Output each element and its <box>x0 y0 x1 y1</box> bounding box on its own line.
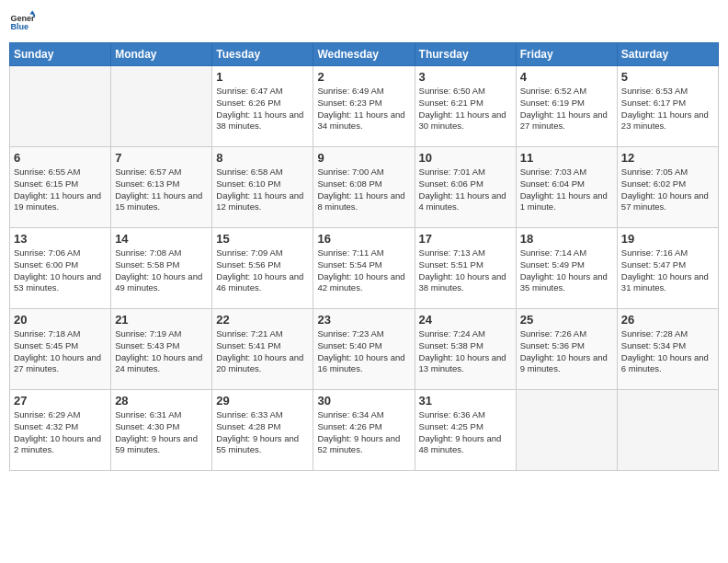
calendar-cell: 27Sunrise: 6:29 AM Sunset: 4:32 PM Dayli… <box>10 390 111 471</box>
cell-info: Sunrise: 6:49 AM Sunset: 6:23 PM Dayligh… <box>317 86 410 132</box>
day-number: 16 <box>317 232 410 246</box>
calendar-cell: 23Sunrise: 7:23 AM Sunset: 5:40 PM Dayli… <box>313 309 415 390</box>
weekday-header-tuesday: Tuesday <box>212 43 313 66</box>
calendar-cell: 7Sunrise: 6:57 AM Sunset: 6:13 PM Daylig… <box>111 147 212 228</box>
cell-info: Sunrise: 6:58 AM Sunset: 6:10 PM Dayligh… <box>216 167 309 213</box>
calendar-cell: 16Sunrise: 7:11 AM Sunset: 5:54 PM Dayli… <box>313 228 415 309</box>
calendar-cell: 5Sunrise: 6:53 AM Sunset: 6:17 PM Daylig… <box>617 66 718 147</box>
cell-info: Sunrise: 7:05 AM Sunset: 6:02 PM Dayligh… <box>621 167 714 213</box>
day-number: 3 <box>419 70 512 84</box>
calendar-cell: 18Sunrise: 7:14 AM Sunset: 5:49 PM Dayli… <box>516 228 617 309</box>
cell-info: Sunrise: 6:50 AM Sunset: 6:21 PM Dayligh… <box>419 86 512 132</box>
cell-info: Sunrise: 6:52 AM Sunset: 6:19 PM Dayligh… <box>520 86 613 132</box>
calendar-cell: 14Sunrise: 7:08 AM Sunset: 5:58 PM Dayli… <box>111 228 212 309</box>
calendar-cell: 3Sunrise: 6:50 AM Sunset: 6:21 PM Daylig… <box>415 66 516 147</box>
day-number: 28 <box>115 394 208 408</box>
weekday-header-thursday: Thursday <box>415 43 516 66</box>
svg-text:Blue: Blue <box>10 22 28 31</box>
day-number: 12 <box>621 151 714 165</box>
cell-info: Sunrise: 7:24 AM Sunset: 5:38 PM Dayligh… <box>419 328 512 375</box>
calendar-cell: 15Sunrise: 7:09 AM Sunset: 5:56 PM Dayli… <box>212 228 313 309</box>
day-number: 11 <box>520 151 613 165</box>
cell-info: Sunrise: 6:57 AM Sunset: 6:13 PM Dayligh… <box>115 167 208 213</box>
cell-info: Sunrise: 7:23 AM Sunset: 5:40 PM Dayligh… <box>317 328 410 375</box>
svg-text:General: General <box>10 14 35 23</box>
day-number: 1 <box>216 70 309 84</box>
weekday-header-sunday: Sunday <box>10 43 111 66</box>
day-number: 23 <box>317 313 410 327</box>
cell-info: Sunrise: 7:28 AM Sunset: 5:34 PM Dayligh… <box>621 328 714 375</box>
cell-info: Sunrise: 6:36 AM Sunset: 4:25 PM Dayligh… <box>419 409 512 456</box>
day-number: 25 <box>520 313 613 327</box>
day-number: 7 <box>115 151 208 165</box>
cell-info: Sunrise: 6:55 AM Sunset: 6:15 PM Dayligh… <box>14 167 107 213</box>
logo-icon: General Blue <box>9 9 35 35</box>
cell-info: Sunrise: 6:34 AM Sunset: 4:26 PM Dayligh… <box>317 409 410 456</box>
cell-info: Sunrise: 7:03 AM Sunset: 6:04 PM Dayligh… <box>520 167 613 213</box>
cell-info: Sunrise: 7:01 AM Sunset: 6:06 PM Dayligh… <box>419 167 512 213</box>
day-number: 31 <box>419 394 512 408</box>
calendar-cell: 8Sunrise: 6:58 AM Sunset: 6:10 PM Daylig… <box>212 147 313 228</box>
day-number: 6 <box>14 151 107 165</box>
day-number: 30 <box>317 394 410 408</box>
logo: General Blue <box>9 9 39 35</box>
cell-info: Sunrise: 6:29 AM Sunset: 4:32 PM Dayligh… <box>14 409 107 456</box>
weekday-header-friday: Friday <box>516 43 617 66</box>
cell-info: Sunrise: 7:00 AM Sunset: 6:08 PM Dayligh… <box>317 167 410 213</box>
cell-info: Sunrise: 6:47 AM Sunset: 6:26 PM Dayligh… <box>216 86 309 132</box>
cell-info: Sunrise: 7:18 AM Sunset: 5:45 PM Dayligh… <box>14 328 107 375</box>
day-number: 29 <box>216 394 309 408</box>
day-number: 15 <box>216 232 309 246</box>
cell-info: Sunrise: 7:26 AM Sunset: 5:36 PM Dayligh… <box>520 328 613 375</box>
day-number: 18 <box>520 232 613 246</box>
day-number: 26 <box>621 313 714 327</box>
calendar-cell: 31Sunrise: 6:36 AM Sunset: 4:25 PM Dayli… <box>415 390 516 471</box>
page-header: General Blue <box>9 9 719 35</box>
calendar-cell: 1Sunrise: 6:47 AM Sunset: 6:26 PM Daylig… <box>212 66 313 147</box>
day-number: 22 <box>216 313 309 327</box>
weekday-header-wednesday: Wednesday <box>313 43 415 66</box>
day-number: 17 <box>419 232 512 246</box>
day-number: 24 <box>419 313 512 327</box>
cell-info: Sunrise: 7:16 AM Sunset: 5:47 PM Dayligh… <box>621 247 714 294</box>
cell-info: Sunrise: 7:08 AM Sunset: 5:58 PM Dayligh… <box>115 247 208 294</box>
calendar-cell: 2Sunrise: 6:49 AM Sunset: 6:23 PM Daylig… <box>313 66 415 147</box>
calendar-cell: 19Sunrise: 7:16 AM Sunset: 5:47 PM Dayli… <box>617 228 718 309</box>
calendar-cell: 25Sunrise: 7:26 AM Sunset: 5:36 PM Dayli… <box>516 309 617 390</box>
cell-info: Sunrise: 6:53 AM Sunset: 6:17 PM Dayligh… <box>621 86 714 132</box>
day-number: 2 <box>317 70 410 84</box>
calendar-cell <box>617 390 718 471</box>
day-number: 20 <box>14 313 107 327</box>
calendar-table: SundayMondayTuesdayWednesdayThursdayFrid… <box>9 42 719 471</box>
day-number: 4 <box>520 70 613 84</box>
cell-info: Sunrise: 7:06 AM Sunset: 6:00 PM Dayligh… <box>14 247 107 294</box>
day-number: 14 <box>115 232 208 246</box>
calendar-cell: 13Sunrise: 7:06 AM Sunset: 6:00 PM Dayli… <box>10 228 111 309</box>
calendar-cell: 30Sunrise: 6:34 AM Sunset: 4:26 PM Dayli… <box>313 390 415 471</box>
cell-info: Sunrise: 7:11 AM Sunset: 5:54 PM Dayligh… <box>317 247 410 294</box>
cell-info: Sunrise: 6:33 AM Sunset: 4:28 PM Dayligh… <box>216 409 309 456</box>
calendar-cell <box>10 66 111 147</box>
cell-info: Sunrise: 7:09 AM Sunset: 5:56 PM Dayligh… <box>216 247 309 294</box>
calendar-cell: 12Sunrise: 7:05 AM Sunset: 6:02 PM Dayli… <box>617 147 718 228</box>
calendar-cell: 6Sunrise: 6:55 AM Sunset: 6:15 PM Daylig… <box>10 147 111 228</box>
cell-info: Sunrise: 7:13 AM Sunset: 5:51 PM Dayligh… <box>419 247 512 294</box>
calendar-cell <box>516 390 617 471</box>
day-number: 10 <box>419 151 512 165</box>
calendar-cell: 10Sunrise: 7:01 AM Sunset: 6:06 PM Dayli… <box>415 147 516 228</box>
cell-info: Sunrise: 7:19 AM Sunset: 5:43 PM Dayligh… <box>115 328 208 375</box>
day-number: 8 <box>216 151 309 165</box>
day-number: 27 <box>14 394 107 408</box>
day-number: 21 <box>115 313 208 327</box>
calendar-cell: 22Sunrise: 7:21 AM Sunset: 5:41 PM Dayli… <box>212 309 313 390</box>
weekday-header-saturday: Saturday <box>617 43 718 66</box>
calendar-cell: 4Sunrise: 6:52 AM Sunset: 6:19 PM Daylig… <box>516 66 617 147</box>
cell-info: Sunrise: 6:31 AM Sunset: 4:30 PM Dayligh… <box>115 409 208 456</box>
calendar-cell <box>111 66 212 147</box>
day-number: 5 <box>621 70 714 84</box>
day-number: 13 <box>14 232 107 246</box>
calendar-cell: 20Sunrise: 7:18 AM Sunset: 5:45 PM Dayli… <box>10 309 111 390</box>
calendar-cell: 9Sunrise: 7:00 AM Sunset: 6:08 PM Daylig… <box>313 147 415 228</box>
day-number: 19 <box>621 232 714 246</box>
calendar-cell: 28Sunrise: 6:31 AM Sunset: 4:30 PM Dayli… <box>111 390 212 471</box>
